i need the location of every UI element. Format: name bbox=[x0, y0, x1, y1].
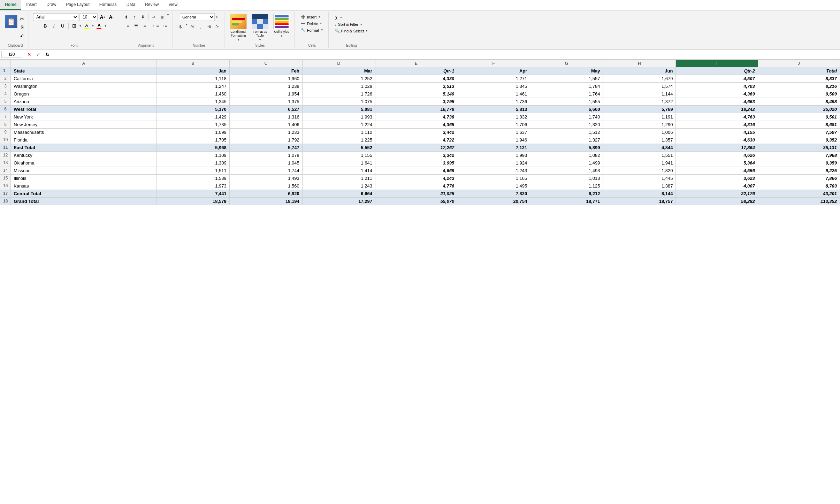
cell-e-5[interactable]: 3,795 bbox=[375, 98, 457, 105]
borders-button[interactable]: ⊞ bbox=[70, 22, 78, 30]
cell-j-9[interactable]: 7,597 bbox=[758, 128, 840, 136]
cell-c-7[interactable]: 1,316 bbox=[229, 113, 302, 121]
cell-i-12[interactable]: 4,626 bbox=[676, 151, 758, 159]
row-num-16[interactable]: 16 bbox=[0, 182, 11, 190]
cell-d-12[interactable]: 1,155 bbox=[302, 151, 375, 159]
header-apr[interactable]: Apr bbox=[457, 67, 530, 75]
fill-arrow[interactable]: ▼ bbox=[92, 24, 94, 28]
cell-c-15[interactable]: 1,493 bbox=[229, 174, 302, 182]
header-qtr1[interactable]: Qtr-1 bbox=[375, 67, 457, 75]
col-header-H[interactable]: H bbox=[603, 60, 676, 67]
cell-d-18[interactable]: 17,297 bbox=[302, 197, 375, 205]
cell-b-4[interactable]: 1,460 bbox=[156, 90, 229, 98]
cell-state-8[interactable]: New Jersey bbox=[11, 121, 156, 128]
cell-b-5[interactable]: 1,345 bbox=[156, 98, 229, 105]
cell-b-17[interactable]: 7,441 bbox=[156, 190, 229, 197]
cell-f-15[interactable]: 1,165 bbox=[457, 174, 530, 182]
format-table-arrow[interactable]: ▼ bbox=[259, 38, 261, 41]
cell-h-5[interactable]: 1,372 bbox=[603, 98, 676, 105]
cell-h-8[interactable]: 1,290 bbox=[603, 121, 676, 128]
header-qtr2[interactable]: Qtr-2 bbox=[676, 67, 758, 75]
cell-c-5[interactable]: 1,375 bbox=[229, 98, 302, 105]
row-num-8[interactable]: 8 bbox=[0, 121, 11, 128]
format-as-table-button[interactable]: Format as Table ▼ bbox=[250, 14, 270, 41]
merge-cells-button[interactable]: ⊞ bbox=[158, 13, 166, 21]
find-select-button[interactable]: 🔍 Find & Select ▼ bbox=[333, 28, 370, 34]
cell-i-17[interactable]: 22,176 bbox=[676, 190, 758, 197]
cell-g-6[interactable]: 6,660 bbox=[530, 105, 603, 113]
cell-c-9[interactable]: 1,233 bbox=[229, 128, 302, 136]
col-header-A[interactable]: A bbox=[11, 60, 156, 67]
align-center-button[interactable]: ☰ bbox=[132, 22, 140, 30]
header-total[interactable]: Total bbox=[758, 67, 840, 75]
cell-j-13[interactable]: 9,359 bbox=[758, 159, 840, 167]
cell-e-13[interactable]: 3,995 bbox=[375, 159, 457, 167]
cell-reference-input[interactable] bbox=[1, 51, 22, 58]
cell-styles-arrow[interactable]: ▼ bbox=[280, 35, 283, 38]
col-header-D[interactable]: D bbox=[302, 60, 375, 67]
cell-d-15[interactable]: 1,211 bbox=[302, 174, 375, 182]
cell-d-16[interactable]: 1,243 bbox=[302, 182, 375, 190]
tab-data[interactable]: Data bbox=[122, 0, 140, 10]
cell-state-15[interactable]: Illinois bbox=[11, 174, 156, 182]
cell-j-12[interactable]: 7,968 bbox=[758, 151, 840, 159]
cell-b-7[interactable]: 1,429 bbox=[156, 113, 229, 121]
cell-d-5[interactable]: 1,075 bbox=[302, 98, 375, 105]
cell-h-3[interactable]: 1,574 bbox=[603, 82, 676, 90]
wrap-text-button[interactable]: ↵ bbox=[150, 13, 158, 21]
cell-i-10[interactable]: 4,630 bbox=[676, 136, 758, 144]
cell-g-2[interactable]: 1,557 bbox=[530, 75, 603, 82]
cell-b-13[interactable]: 1,309 bbox=[156, 159, 229, 167]
cell-e-7[interactable]: 4,738 bbox=[375, 113, 457, 121]
cell-e-15[interactable]: 4,243 bbox=[375, 174, 457, 182]
cell-c-14[interactable]: 1,744 bbox=[229, 167, 302, 174]
cell-e-4[interactable]: 5,140 bbox=[375, 90, 457, 98]
cell-d-9[interactable]: 1,110 bbox=[302, 128, 375, 136]
row-num-4[interactable]: 4 bbox=[0, 90, 11, 98]
cell-state-17[interactable]: Central Total bbox=[11, 190, 156, 197]
col-header-C[interactable]: C bbox=[229, 60, 302, 67]
autosum-button[interactable]: ∑ ▼ bbox=[333, 14, 370, 21]
cell-state-12[interactable]: Kentucky bbox=[11, 151, 156, 159]
cell-state-5[interactable]: Arizona bbox=[11, 98, 156, 105]
cell-g-7[interactable]: 1,740 bbox=[530, 113, 603, 121]
cell-c-17[interactable]: 6,920 bbox=[229, 190, 302, 197]
cell-f-5[interactable]: 1,736 bbox=[457, 98, 530, 105]
format-cells-button[interactable]: 🔧 Format ▼ bbox=[299, 27, 326, 33]
tab-home[interactable]: Home bbox=[0, 0, 21, 10]
cell-b-16[interactable]: 1,973 bbox=[156, 182, 229, 190]
cell-j-10[interactable]: 9,352 bbox=[758, 136, 840, 144]
cell-h-9[interactable]: 1,006 bbox=[603, 128, 676, 136]
decrease-indent-button[interactable]: ←≡ bbox=[152, 22, 159, 30]
decrease-font-button[interactable]: A- bbox=[107, 13, 115, 21]
align-top-button[interactable]: ⬆ bbox=[122, 13, 130, 21]
cell-g-11[interactable]: 5,899 bbox=[530, 144, 603, 151]
sum-arrow[interactable]: ▼ bbox=[340, 16, 343, 19]
cell-b-6[interactable]: 5,170 bbox=[156, 105, 229, 113]
row-num-11[interactable]: 11 bbox=[0, 144, 11, 151]
cell-h-6[interactable]: 5,769 bbox=[603, 105, 676, 113]
cancel-formula-icon[interactable]: ✕ bbox=[25, 51, 33, 58]
cell-h-14[interactable]: 1,820 bbox=[603, 167, 676, 174]
cell-d-7[interactable]: 1,993 bbox=[302, 113, 375, 121]
row-num-7[interactable]: 7 bbox=[0, 113, 11, 121]
row-num-9[interactable]: 9 bbox=[0, 128, 11, 136]
row-num-2[interactable]: 2 bbox=[0, 75, 11, 82]
cell-j-18[interactable]: 113,352 bbox=[758, 197, 840, 205]
cell-j-17[interactable]: 43,201 bbox=[758, 190, 840, 197]
cell-b-8[interactable]: 1,735 bbox=[156, 121, 229, 128]
increase-font-button[interactable]: A+ bbox=[99, 13, 106, 21]
row-num-12[interactable]: 12 bbox=[0, 151, 11, 159]
sort-filter-button[interactable]: ↕ Sort & Filter ▼ bbox=[333, 22, 370, 27]
cell-g-17[interactable]: 6,212 bbox=[530, 190, 603, 197]
cell-i-8[interactable]: 4,316 bbox=[676, 121, 758, 128]
cell-f-7[interactable]: 1,832 bbox=[457, 113, 530, 121]
cell-b-15[interactable]: 1,539 bbox=[156, 174, 229, 182]
align-middle-button[interactable]: ↕ bbox=[131, 13, 138, 21]
cell-i-7[interactable]: 4,763 bbox=[676, 113, 758, 121]
cell-e-9[interactable]: 3,442 bbox=[375, 128, 457, 136]
cell-h-10[interactable]: 1,357 bbox=[603, 136, 676, 144]
align-bottom-button[interactable]: ⬇ bbox=[139, 13, 147, 21]
row-num-13[interactable]: 13 bbox=[0, 159, 11, 167]
cell-e-14[interactable]: 4,669 bbox=[375, 167, 457, 174]
